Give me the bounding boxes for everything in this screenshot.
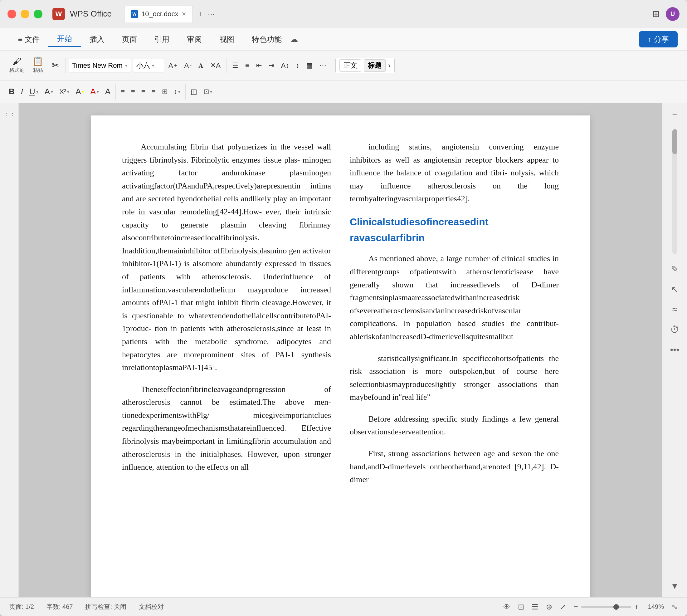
scrollbar-thumb xyxy=(672,129,677,154)
highlight-button[interactable]: A ▾ xyxy=(73,85,86,98)
style-heading-label[interactable]: 标题 xyxy=(364,59,385,72)
clear-char-format-button[interactable]: A xyxy=(103,85,113,98)
toolbar-sep-2 xyxy=(226,58,226,73)
toolbar-sep-3 xyxy=(332,58,332,73)
font-color-button[interactable]: A ▾ xyxy=(42,85,56,98)
right-para-3: statisticallysignificant.In specificcoho… xyxy=(350,352,559,404)
scrollbar-track[interactable] xyxy=(672,129,677,254)
font-size-display: 小六 xyxy=(136,61,150,70)
menu-review[interactable]: 审阅 xyxy=(178,32,210,47)
menubar: ≡ 文件 开始 插入 页面 引用 审阅 视图 特色功能 ☁ ↑ 分享 xyxy=(0,28,687,50)
share-button[interactable]: ↑ 分享 xyxy=(639,31,678,47)
doc-check[interactable]: 文档校对 xyxy=(139,602,164,611)
zoom-in-button[interactable]: + xyxy=(634,602,639,612)
user-avatar[interactable]: U xyxy=(666,7,680,21)
superscript-button[interactable]: X² ▾ xyxy=(57,86,72,97)
more-button[interactable]: ⋯ xyxy=(317,60,329,71)
format-brush-icon: 🖌 xyxy=(13,57,21,66)
bold-button[interactable]: B xyxy=(6,85,17,98)
align-center-button[interactable]: ≡ xyxy=(129,86,138,97)
scroll-up-button[interactable]: − xyxy=(669,107,680,122)
menu-page[interactable]: 页面 xyxy=(113,32,146,47)
history-icon[interactable]: ⏱ xyxy=(668,322,682,337)
traffic-lights xyxy=(7,10,42,18)
menu-reference[interactable]: 引用 xyxy=(146,32,178,47)
fit-to-window-icon[interactable]: ⤡ xyxy=(671,602,678,611)
statusbar-right: 👁 ⊡ ☰ ⊕ ⤢ − + 149% ⤡ xyxy=(503,602,678,612)
text-direction-button[interactable]: A↕ xyxy=(279,60,292,71)
border-button[interactable]: ▦ xyxy=(304,60,315,71)
font-family-selector[interactable]: Times New Rom ▾ xyxy=(69,59,131,72)
app-window: W WPS Office W 10_ocr.docx ✕ + ⋯ ⊞ U ≡ 文… xyxy=(0,0,687,616)
font-size-selector[interactable]: 小六 ▾ xyxy=(133,59,164,72)
indent-increase-button[interactable]: ⇥ xyxy=(266,60,277,71)
italic-button[interactable]: I xyxy=(18,85,26,98)
web-view-icon[interactable]: ⊕ xyxy=(546,602,552,611)
align-justify-button[interactable]: ≡ xyxy=(149,86,158,97)
columns-button[interactable]: ⊞ xyxy=(159,86,170,97)
clear-format-button[interactable]: ✕A xyxy=(208,60,223,71)
close-button[interactable] xyxy=(7,10,16,18)
menu-file[interactable]: ≡ 文件 xyxy=(9,32,48,47)
unordered-list-button[interactable]: ☰ xyxy=(230,60,241,71)
share-upload-icon: ↑ xyxy=(648,35,651,44)
spell-check[interactable]: 拼写检查: 关闭 xyxy=(85,602,126,611)
document-area[interactable]: Accumulating fibrin that polymerizes in … xyxy=(19,103,662,597)
align-right-button[interactable]: ≡ xyxy=(139,86,148,97)
tab-filename: 10_ocr.docx xyxy=(141,10,178,18)
style-normal-label[interactable]: 正文 xyxy=(339,59,361,72)
outline-view-icon[interactable]: ☰ xyxy=(532,602,538,611)
menu-special[interactable]: 特色功能 xyxy=(243,32,290,47)
settings-icon[interactable]: ≈ xyxy=(670,302,680,317)
cloud-save-icon[interactable]: ☁ xyxy=(290,35,298,44)
tab-bar: W 10_ocr.docx ✕ + ⋯ xyxy=(124,6,215,22)
format-brush-label: 格式刷 xyxy=(9,67,24,74)
zoom-control[interactable]: − + 149% xyxy=(573,602,664,612)
view-icon[interactable]: 👁 xyxy=(503,602,510,611)
border-style-button[interactable]: ⊡ ▾ xyxy=(201,86,215,97)
titlebar: W WPS Office W 10_ocr.docx ✕ + ⋯ ⊞ U xyxy=(0,0,687,28)
more-options-icon[interactable]: ••• xyxy=(668,342,682,357)
paste-button[interactable]: 📋 粘贴 xyxy=(29,55,46,75)
cut-icon: ✂ xyxy=(52,61,59,70)
document-tab[interactable]: W 10_ocr.docx ✕ xyxy=(124,6,193,22)
font-format-button[interactable]: 𝐀 xyxy=(196,60,206,71)
toolbar-row2-sep1 xyxy=(115,84,116,100)
maximize-button[interactable] xyxy=(34,10,42,18)
cut-button[interactable]: ✂ xyxy=(48,59,62,72)
menu-insert[interactable]: 插入 xyxy=(81,32,113,47)
format-brush-button[interactable]: 🖌 格式刷 xyxy=(6,55,27,75)
zoom-out-button[interactable]: − xyxy=(573,602,578,612)
text-color-button[interactable]: A ▾ xyxy=(88,85,101,98)
right-para-5: First, strong associations between age a… xyxy=(350,447,559,486)
toolbar-row1: 🖌 格式刷 📋 粘贴 ✂ Times New Rom ▾ 小六 ▾ A+ A- … xyxy=(0,50,687,81)
para-spacing-button[interactable]: ↕ ▾ xyxy=(171,86,183,97)
toolbar-row2: B I U ▾ A ▾ X² ▾ A ▾ A ▾ A ≡ ≡ ≡ ≡ ⊞ ↕ ▾… xyxy=(0,81,687,103)
tab-close-icon[interactable]: ✕ xyxy=(182,10,186,18)
ordered-list-button[interactable]: ≡ xyxy=(243,60,252,71)
scroll-down-button[interactable]: ▼ xyxy=(668,578,682,594)
menu-home[interactable]: 开始 xyxy=(48,31,81,47)
line-spacing-button[interactable]: ↕ xyxy=(293,60,302,71)
font-size-decrease-button[interactable]: A- xyxy=(182,60,194,71)
minimize-button[interactable] xyxy=(21,10,29,18)
new-tab-button[interactable]: + xyxy=(194,9,206,19)
font-size-dropdown-arrow: ▾ xyxy=(152,63,154,68)
cursor-icon[interactable]: ↖ xyxy=(669,282,681,297)
app-name-label: WPS Office xyxy=(70,9,112,19)
fullscreen-icon[interactable]: ⤢ xyxy=(560,602,566,611)
edit-icon[interactable]: ✎ xyxy=(669,262,681,277)
font-size-increase-button[interactable]: A+ xyxy=(166,60,180,71)
shading-button[interactable]: ◫ xyxy=(188,86,200,97)
menu-view[interactable]: 视图 xyxy=(210,32,243,47)
collapse-handle[interactable]: ⋮⋮ xyxy=(1,109,18,122)
tab-expand-icon[interactable]: ⋯ xyxy=(208,10,215,18)
style-more-icon[interactable]: › xyxy=(388,62,390,70)
zoom-slider[interactable] xyxy=(581,606,631,608)
page-view-icon[interactable]: ⊡ xyxy=(518,602,524,611)
indent-decrease-button[interactable]: ⇤ xyxy=(253,60,264,71)
align-left-button[interactable]: ≡ xyxy=(118,86,127,97)
sidebar-toggle-icon[interactable]: ⊞ xyxy=(652,9,660,19)
toolbar-sep-1 xyxy=(65,58,66,73)
underline-button[interactable]: U ▾ xyxy=(27,85,41,98)
